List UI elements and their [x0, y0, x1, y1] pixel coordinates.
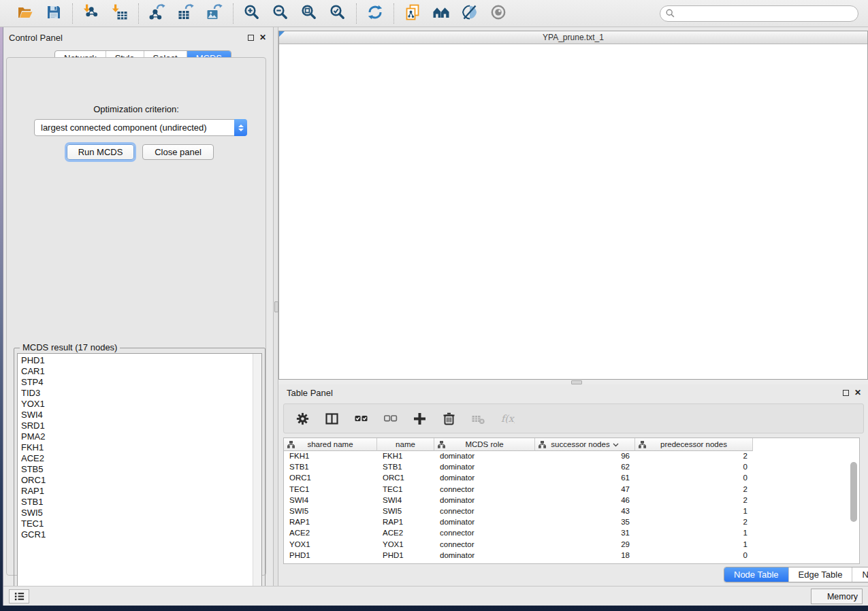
table-tab-node-table[interactable]: Node Table	[724, 567, 788, 582]
deselect-all-button[interactable]	[381, 410, 399, 427]
mcds-result-item[interactable]: STB5	[21, 464, 253, 475]
column-label: MCDS role	[465, 440, 503, 448]
first-neighbors-button[interactable]	[431, 3, 451, 24]
task-list-button[interactable]	[9, 589, 29, 604]
column-header-name[interactable]: name	[377, 438, 434, 451]
mcds-result-item[interactable]: STB1	[21, 497, 253, 508]
export-table-icon	[177, 3, 195, 24]
table-cell: dominator	[434, 451, 535, 462]
refresh-layout-button[interactable]	[365, 3, 385, 24]
network-graph[interactable]	[279, 44, 867, 379]
table-cell: 1	[635, 528, 753, 539]
mcds-result-title: MCDS result (17 nodes)	[20, 342, 120, 352]
mcds-result-item[interactable]: PMA2	[21, 431, 253, 442]
mcds-result-list[interactable]: PHD1CAR1STP4TID3YOX1SWI4SRD1PMA2FKH1ACE2…	[18, 354, 253, 597]
column-header-predecessor-nodes[interactable]: predecessor nodes	[635, 438, 753, 451]
mcds-result-item[interactable]: SWI4	[21, 410, 253, 420]
optimization-criterion-select[interactable]: largest connected component (undirected)	[34, 119, 247, 136]
open-file-button[interactable]	[15, 3, 35, 24]
table-row[interactable]: ORC1ORC1dominator610	[284, 473, 859, 484]
table-row[interactable]: SWI4SWI4dominator462	[284, 495, 859, 506]
table-cell: connector	[434, 540, 535, 550]
mcds-result-item[interactable]: GCR1	[21, 529, 253, 540]
mcds-result-scrollbar[interactable]	[253, 354, 261, 597]
vertical-splitter[interactable]	[273, 27, 278, 586]
table-cell: YOX1	[284, 540, 377, 550]
mcds-result-item[interactable]: SRD1	[21, 420, 253, 431]
mcds-result-item[interactable]: PHD1	[21, 355, 253, 366]
mcds-result-item[interactable]: SWI5	[21, 508, 253, 518]
table-cell: 2	[635, 451, 753, 462]
horizontal-splitter[interactable]	[278, 380, 868, 384]
float-panel-icon[interactable]	[248, 35, 254, 41]
table-row[interactable]: YOX1YOX1connector291	[284, 540, 859, 550]
table-row[interactable]: TEC1TEC1connector472	[284, 484, 859, 495]
delete-column-button[interactable]	[440, 410, 457, 427]
export-network-button[interactable]	[147, 3, 167, 24]
table-row[interactable]: STB1STB1dominator620	[284, 462, 859, 473]
table-row[interactable]: FKH1FKH1dominator962	[284, 451, 859, 462]
network-view-window: YPA_prune.txt_1	[278, 31, 868, 380]
network-canvas[interactable]	[279, 44, 867, 379]
table-scrollbar-thumb[interactable]	[850, 462, 857, 522]
node-table-body: FKH1FKH1dominator962STB1STB1dominator620…	[284, 451, 859, 561]
search-box[interactable]	[660, 5, 858, 22]
network-title-bar[interactable]: YPA_prune.txt_1	[279, 31, 867, 44]
close-table-panel-icon[interactable]: ✕	[854, 390, 861, 396]
horizontal-splitter-handle[interactable]	[571, 380, 582, 384]
table-tab-edge-table[interactable]: Edge Table	[788, 567, 852, 582]
add-column-icon	[413, 412, 427, 426]
select-all-button[interactable]	[352, 410, 370, 427]
table-cell: 61	[535, 473, 635, 484]
zoom-fit-button[interactable]	[299, 3, 319, 24]
mcds-result-item[interactable]: ORC1	[21, 475, 253, 486]
import-network-button[interactable]	[81, 3, 101, 24]
table-cell: dominator	[434, 517, 535, 528]
mcds-result-item[interactable]: TEC1	[21, 518, 253, 529]
save-session-button[interactable]	[44, 3, 64, 24]
mcds-result-item[interactable]: TID3	[21, 388, 253, 399]
float-table-panel-icon[interactable]	[843, 390, 849, 396]
mcds-result-item[interactable]: FKH1	[21, 442, 253, 453]
memory-status-icon	[816, 593, 823, 600]
gear-button[interactable]	[293, 410, 311, 427]
app-window: Control Panel ✕ NetworkStyleSelectMCDS O…	[3, 27, 868, 606]
export-table-button[interactable]	[176, 3, 196, 24]
mcds-result-item[interactable]: YOX1	[21, 399, 253, 410]
run-mcds-button[interactable]: Run MCDS	[67, 144, 134, 160]
import-table-button[interactable]	[110, 3, 130, 24]
zoom-selected-button[interactable]	[327, 3, 348, 24]
mcds-result-item[interactable]: RAP1	[21, 486, 253, 497]
list-icon	[14, 591, 25, 602]
close-panel-icon[interactable]: ✕	[259, 35, 266, 41]
table-row[interactable]: PHD1PHD1dominator180	[284, 550, 859, 561]
table-cell: ACE2	[377, 528, 434, 539]
zoom-out-icon	[272, 3, 289, 24]
table-tab-network-table[interactable]: Network Table	[852, 567, 868, 582]
column-header-successor-nodes[interactable]: successor nodes	[535, 438, 635, 451]
table-scrollbar[interactable]	[850, 452, 858, 561]
table-cell	[753, 550, 859, 561]
column-header-MCDS-role[interactable]: MCDS role	[434, 438, 535, 451]
hide-selected-button[interactable]	[460, 3, 480, 24]
table-row[interactable]: SWI5SWI5connector431	[284, 506, 859, 517]
zoom-out-button[interactable]	[270, 3, 291, 24]
add-column-button[interactable]	[411, 410, 428, 427]
show-all-button[interactable]	[488, 3, 509, 24]
mcds-tab-content: Optimization criterion: largest connecte…	[6, 57, 266, 576]
mcds-result-item[interactable]: STP4	[21, 377, 253, 388]
control-panel: Control Panel ✕ NetworkStyleSelectMCDS O…	[3, 27, 273, 586]
zoom-in-button[interactable]	[242, 3, 262, 24]
memory-button[interactable]: Memory	[811, 589, 863, 604]
table-row[interactable]: ACE2ACE2connector311	[284, 528, 859, 539]
close-panel-button[interactable]: Close panel	[142, 144, 214, 160]
export-image-button[interactable]	[204, 3, 225, 24]
mcds-result-item[interactable]: ACE2	[21, 453, 253, 464]
mcds-result-item[interactable]: CAR1	[21, 366, 253, 377]
column-header-shared-name[interactable]: shared name	[284, 438, 377, 451]
table-row[interactable]: RAP1RAP1dominator352	[284, 517, 859, 528]
duplicate-network-button[interactable]	[402, 3, 423, 24]
vertical-splitter-handle[interactable]	[274, 301, 278, 312]
search-input[interactable]	[678, 9, 852, 18]
column-visibility-button[interactable]	[323, 410, 340, 427]
